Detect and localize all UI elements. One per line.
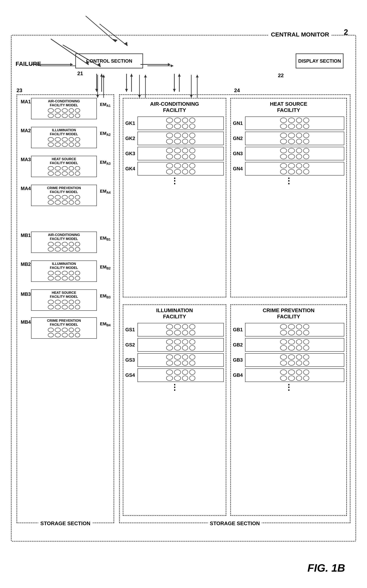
mb3-label: MB3 xyxy=(21,291,31,297)
fig-label: FIG. 1B xyxy=(308,562,345,574)
mb1-title: AIR-CONDITIONINGFACILITY MODEL xyxy=(33,233,95,241)
central-monitor-box: CENTRAL MONITOR FAILURE CONTROL SECTION … xyxy=(11,35,356,542)
ma4-model-box: CRIME PREVENTIONFACILITY MODEL xyxy=(31,185,97,206)
gs1-row: GS1 xyxy=(125,323,224,337)
gb1-box xyxy=(245,323,344,337)
mb3-model-box: HEAT SOURCEFACILITY MODEL xyxy=(31,289,97,311)
storage-left-label: STORAGE SECTION xyxy=(38,520,92,527)
mb2-label: MB2 xyxy=(21,261,31,267)
gk3-box xyxy=(137,147,224,160)
gb3-box xyxy=(245,353,344,367)
ma1-label: MA1 xyxy=(21,99,31,104)
central-monitor-label: CENTRAL MONITOR xyxy=(269,31,332,38)
ref-24: 24 xyxy=(234,87,240,94)
page: 2 CENTRAL MONITOR FAILURE CONTROL SECTIO… xyxy=(0,0,367,588)
gb2-box xyxy=(245,338,344,352)
emb2-label: EMB2 xyxy=(100,265,111,270)
mb1-label: MB1 xyxy=(21,233,31,238)
mb1-model-box: AIR-CONDITIONINGFACILITY MODEL xyxy=(31,232,97,253)
gs2-row: GS2 xyxy=(125,338,224,352)
illumination-facility-title: ILLUMINATIONFACILITY xyxy=(123,305,226,321)
gk2-label: GK2 xyxy=(125,136,136,141)
air-conditioning-facility-box: AIR-CONDITIONINGFACILITY GK1 xyxy=(123,98,226,297)
ema2-label: EMA2 xyxy=(100,131,111,137)
ema1-label: EMA1 xyxy=(100,102,111,108)
gn2-row: GN2 xyxy=(233,132,344,145)
gn1-row: GN1 xyxy=(233,116,344,130)
heat-source-facility-title: HEAT SOURCEFACILITY xyxy=(231,99,346,115)
ema4-label: EMA4 xyxy=(100,189,111,194)
gs1-label: GS1 xyxy=(125,327,136,332)
crime-prevention-facility-title: CRIME PREVENTIONFACILITY xyxy=(231,305,346,321)
crime-prevention-facility-box: CRIME PREVENTIONFACILITY GB1 xyxy=(230,304,347,516)
ref-22: 22 xyxy=(278,72,284,78)
ma3-title: HEAT SOURCEFACILITY MODEL xyxy=(33,157,95,165)
gn4-row: GN4 xyxy=(233,162,344,175)
gb4-box xyxy=(245,368,344,382)
gk2-row: GK2 xyxy=(125,132,224,145)
heat-source-facility-box: HEAT SOURCEFACILITY GN1 xyxy=(230,98,347,297)
heat-source-dots: ⋮ xyxy=(231,178,346,184)
gb2-row: GB2 xyxy=(233,338,344,352)
crime-prevention-dots: ⋮ xyxy=(231,384,346,390)
gk1-row: GK1 xyxy=(125,116,224,130)
storage-right-label: STORAGE SECTION xyxy=(208,520,262,527)
control-section-label: CONTROL SECTION xyxy=(86,58,132,64)
mb4-label: MB4 xyxy=(21,319,31,325)
gs4-label: GS4 xyxy=(125,372,136,378)
gb2-label: GB2 xyxy=(233,342,244,348)
storage-left-box: STORAGE SECTION MA1 AIR-CONDITIONINGFACI… xyxy=(17,94,114,523)
gn1-label: GN1 xyxy=(233,121,244,126)
display-section-label: DISPLAY SECTION xyxy=(298,58,341,64)
ma3-label: MA3 xyxy=(21,157,31,162)
gs3-box xyxy=(137,353,224,367)
ema3-label: EMA3 xyxy=(100,160,111,165)
ref-23: 23 xyxy=(17,87,22,94)
display-section-box: DISPLAY SECTION xyxy=(296,53,343,69)
air-conditioning-facility-title: AIR-CONDITIONINGFACILITY xyxy=(123,99,226,115)
ma4-title: CRIME PREVENTIONFACILITY MODEL xyxy=(33,186,95,194)
storage-right-box: STORAGE SECTION AIR-CONDITIONINGFACILITY… xyxy=(119,94,350,523)
mb3-title: HEAT SOURCEFACILITY MODEL xyxy=(33,291,95,299)
gn3-row: GN3 xyxy=(233,147,344,160)
gk3-row: GK3 xyxy=(125,147,224,160)
gb1-label: GB1 xyxy=(233,327,244,332)
gk4-row: GK4 xyxy=(125,162,224,175)
emb4-label: EMB4 xyxy=(100,321,111,327)
illumination-facility-box: ILLUMINATIONFACILITY GS1 xyxy=(123,304,226,516)
gs4-box xyxy=(137,368,224,382)
gk1-label: GK1 xyxy=(125,121,136,126)
gk1-box xyxy=(137,116,224,130)
illumination-dots: ⋮ xyxy=(123,384,226,390)
ma4-label: MA4 xyxy=(21,186,31,191)
gb1-row: GB1 xyxy=(233,323,344,337)
mb2-model-box: ILLUMINATIONFACILITY MODEL xyxy=(31,260,97,282)
gb3-label: GB3 xyxy=(233,357,244,363)
ma1-model-box: AIR-CONDITIONINGFACILITY MODEL xyxy=(31,98,97,119)
gs2-box xyxy=(137,338,224,352)
gn2-box xyxy=(245,132,344,145)
air-cond-dots: ⋮ xyxy=(123,178,226,184)
gs2-label: GS2 xyxy=(125,342,136,348)
gk3-label: GK3 xyxy=(125,151,136,156)
gk4-label: GK4 xyxy=(125,166,136,172)
gn3-box xyxy=(245,147,344,160)
gn4-label: GN4 xyxy=(233,166,244,172)
gs1-box xyxy=(137,323,224,337)
mb4-title: CRIME PREVENTIONFACILITY MODEL xyxy=(33,319,95,327)
gs3-row: GS3 xyxy=(125,353,224,367)
gn1-box xyxy=(245,116,344,130)
mb4-model-box: CRIME PREVENTIONFACILITY MODEL xyxy=(31,317,97,339)
failure-label: FAILURE xyxy=(16,61,41,67)
gb4-label: GB4 xyxy=(233,372,244,378)
ma2-model-box: ILLUMINATIONFACILITY MODEL xyxy=(31,127,97,148)
gs3-label: GS3 xyxy=(125,357,136,363)
ma2-label: MA2 xyxy=(21,128,31,133)
emb1-label: EMB1 xyxy=(100,235,111,241)
emb3-label: EMB3 xyxy=(100,294,111,299)
ref-21: 21 xyxy=(77,70,83,77)
gn2-label: GN2 xyxy=(233,136,244,141)
gn3-label: GN3 xyxy=(233,151,244,156)
gk4-box xyxy=(137,162,224,175)
gk2-box xyxy=(137,132,224,145)
